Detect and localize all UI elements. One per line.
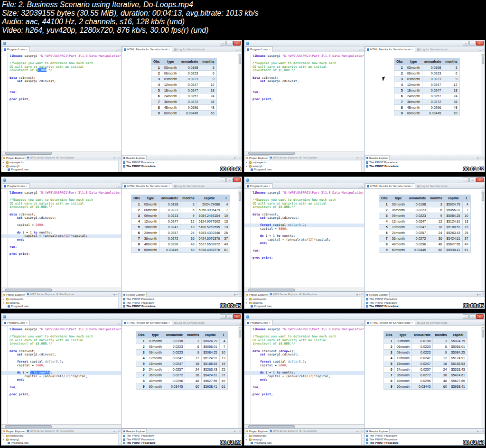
scrollbar-thumb[interactable] [239,330,241,337]
scroll-up-icon[interactable]: ▲ [481,189,485,193]
log-tab[interactable]: Log for Servidor local [415,183,449,188]
explorer-tab-file[interactable]: File Explorer [56,292,75,297]
tab-close-icon[interactable]: ✕ [411,48,413,51]
tree-arrow-icon[interactable]: ▸ [3,298,5,301]
minimize-panel-icon[interactable]: – [359,156,360,159]
tree-scrollbar[interactable] [118,433,121,445]
explorer-tab-project[interactable]: Project Explorer [245,155,269,160]
log-tab[interactable]: Log for Servidor local [172,320,206,325]
tree-item[interactable]: ▾sasprg1 [3,301,121,305]
minimize-panel-icon[interactable]: – [479,429,481,433]
maximize-panel-icon[interactable]: □ [239,429,241,433]
maximize-button[interactable]: □ [226,177,233,182]
editor-tab[interactable]: Program1.sas✕ [245,47,273,52]
view-menu-icon[interactable]: ▾ [477,156,478,159]
tree-scrollbar[interactable] [361,433,364,445]
maximize-button[interactable]: □ [469,314,476,319]
code-editor[interactable]: libname sasprg1 "G:\WPS\SASPRG1\Part 3\1… [244,326,364,424]
maximize-button[interactable]: □ [469,177,476,182]
code-editor[interactable]: libname sasprg1 "G:\WPS\SASPRG1\Part 3\1… [1,52,121,151]
tree-arrow-icon[interactable]: ▸ [246,298,248,301]
explorer-tab-wps-server[interactable]: WPS Server Explorer [26,156,56,160]
view-menu-icon[interactable]: ▾ [356,293,358,296]
tree-item[interactable]: Program1.sas [8,168,121,172]
explorer-tab-wps-server[interactable]: WPS Server Explorer [26,292,56,297]
scroll-up-icon[interactable]: ▲ [238,326,242,329]
results-tab[interactable]: HTML Results for Servidor local✕ [365,320,415,325]
minimize-button[interactable]: – [220,41,226,46]
tab-close-icon[interactable]: ✕ [411,185,413,187]
minimize-panel-icon[interactable]: – [236,293,238,296]
explorer-tab-file[interactable]: File Explorer [56,156,75,160]
scrollbar-thumb[interactable] [239,56,241,64]
tree-item[interactable]: Program1.sas [251,305,364,308]
tab-close-icon[interactable]: ✕ [26,48,28,51]
log-tab[interactable]: Log for Servidor local [172,47,206,52]
results-tab[interactable]: HTML Results for Servidor local✕ [122,47,172,52]
results-explorer-tab[interactable]: Results Explorer [365,155,390,160]
minimize-view-icon[interactable]: – [359,49,360,52]
tree-item[interactable]: ▾sasprg1 [246,165,364,168]
minimize-button[interactable]: – [463,177,469,182]
tree-item[interactable]: Program1.sas [8,441,121,445]
explorer-tab-file[interactable]: File Explorer [56,429,75,433]
view-menu-icon[interactable]: ▾ [113,293,115,296]
vertical-scrollbar[interactable]: ▲ [238,189,242,291]
tree-arrow-icon[interactable]: ▸ [3,434,5,438]
results-tree-item[interactable]: The PRINT Procedure [366,434,485,438]
horizontal-scrollbar[interactable] [244,288,364,291]
tree-arrow-icon[interactable]: ▾ [246,165,248,168]
view-menu-icon[interactable]: ▾ [234,293,235,296]
results-explorer-tab[interactable]: Results Explorer [122,429,147,433]
scroll-up-icon[interactable]: ▲ [238,189,242,193]
minimize-button[interactable]: – [463,314,469,319]
results-tree-item[interactable]: The PRINT Procedure [123,298,242,301]
tree-item[interactable]: ▾sasprg1 [3,438,121,442]
scroll-up-icon[interactable]: ▲ [238,52,242,56]
minimize-panel-icon[interactable]: – [236,156,238,159]
restore-view-icon[interactable]: □ [118,186,120,188]
close-button[interactable]: ✕ [233,177,241,182]
view-menu-icon[interactable]: ▾ [113,429,115,433]
maximize-panel-icon[interactable]: □ [482,429,484,433]
restore-view-icon[interactable]: □ [239,322,241,325]
minimize-view-icon[interactable]: – [479,322,481,325]
editor-tab[interactable]: Program1.sas✕ [2,47,30,52]
maximize-panel-icon[interactable]: □ [482,293,484,296]
minimize-panel-icon[interactable]: – [479,293,481,296]
tree-item[interactable]: ▸miproyecto [3,434,121,438]
minimize-view-icon[interactable]: – [359,322,360,325]
explorer-tab-file[interactable]: File Explorer [299,429,318,433]
tab-close-icon[interactable]: ✕ [26,321,28,324]
scrollbar-thumb[interactable] [239,193,241,201]
tree-scrollbar[interactable] [361,297,364,308]
results-tree-item[interactable]: The PRINT Procedure [366,161,485,165]
minimize-panel-icon[interactable]: – [479,156,481,159]
tree-arrow-icon[interactable]: ▸ [3,161,5,165]
maximize-panel-icon[interactable]: □ [361,429,363,433]
minimize-view-icon[interactable]: – [479,186,481,188]
results-tree-item[interactable]: The PRINT Procedure [366,298,485,301]
close-button[interactable]: ✕ [476,314,484,319]
explorer-tab-wps-server[interactable]: WPS Server Explorer [269,292,299,297]
tree-item[interactable]: ▾sasprg1 [246,301,364,305]
view-menu-icon[interactable]: ▾ [234,156,235,159]
maximize-button[interactable]: □ [469,41,476,46]
tree-item[interactable]: ▸miproyecto [246,434,364,438]
editor-tab[interactable]: Program1.sas✕ [2,320,30,325]
maximize-panel-icon[interactable]: □ [118,156,120,159]
minimize-panel-icon[interactable]: – [116,429,117,433]
restore-view-icon[interactable]: □ [118,322,120,325]
maximize-button[interactable]: □ [226,41,233,46]
code-editor[interactable]: libname sasprg1 "G:\WPS\SASPRG1\Part 3\1… [1,326,121,424]
tree-item[interactable]: ▸miproyecto [246,161,364,165]
maximize-panel-icon[interactable]: □ [118,429,120,433]
editor-tab[interactable]: Program1.sas✕ [2,183,30,188]
tree-arrow-icon[interactable]: ▾ [3,165,5,168]
minimize-view-icon[interactable]: – [479,49,481,52]
horizontal-scrollbar[interactable] [1,288,121,291]
minimize-panel-icon[interactable]: – [236,429,238,433]
results-tab[interactable]: HTML Results for Servidor local✕ [122,320,172,325]
explorer-tab-project[interactable]: Project Explorer [245,429,269,433]
explorer-tab-wps-server[interactable]: WPS Server Explorer [26,429,56,433]
